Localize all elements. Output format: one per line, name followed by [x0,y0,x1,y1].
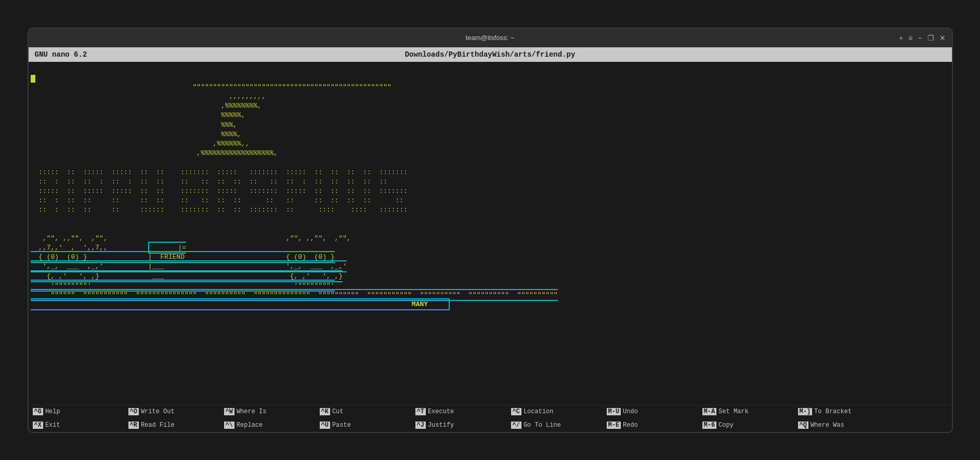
terminal-window: team@itsfoss: ~ + ≡ − ❐ ✕ GNU nano 6.2 D… [28,28,953,433]
label-help: Help [45,408,60,415]
footer-copy: M-6 Copy [702,422,786,429]
footer-help: ^G Help [33,408,116,415]
footer-replace: ^\ Replace [224,422,307,429]
key-writeout[interactable]: ^O [128,408,139,415]
footer-undo: M-U Undo [607,408,690,415]
nano-content[interactable]: """"""""""""""""""""""""""""""""""""""""… [29,62,952,405]
footer-paste: ^U Paste [320,422,403,429]
window-controls[interactable]: + ≡ − ❐ ✕ [899,34,946,42]
label-exit: Exit [45,422,60,429]
label-copy: Copy [718,422,734,429]
close-btn[interactable]: ✕ [939,34,946,42]
footer-justify: ^J Justify [415,422,499,429]
minimize-btn[interactable]: − [918,34,922,42]
label-undo: Undo [623,408,638,415]
titlebar-title: team@itsfoss: ~ [466,34,515,42]
key-exit[interactable]: ^X [33,422,43,429]
nano-version: GNU nano 6.2 [35,50,87,59]
key-whereis[interactable]: ^W [224,408,234,415]
label-gotoline: Go To Line [524,422,561,429]
footer-wherewas: ^Q Where Was [798,422,881,429]
nano-footer: ^G Help ^O Write Out ^W Where Is ^K Cut … [29,405,952,432]
footer-redo: M-E Redo [607,422,690,429]
footer-gotoline: ^/ Go To Line [511,422,594,429]
key-help[interactable]: ^G [33,408,43,415]
cursor [31,75,35,83]
nano-filename: Downloads/PyBirthdayWish/arts/friend.py [405,50,576,59]
footer-setmark: M-A Set Mark [702,408,786,415]
key-justify[interactable]: ^J [415,422,426,429]
footer-readfile: ^R Read File [128,422,212,429]
key-setmark[interactable]: M-A [702,408,717,415]
footer-execute: ^T Execute [415,408,499,415]
label-paste: Paste [332,422,351,429]
footer-cut: ^K Cut [320,408,403,415]
label-redo: Redo [623,422,638,429]
footer-whereis: ^W Where Is [224,408,307,415]
footer-exit: ^X Exit [33,422,116,429]
key-location[interactable]: ^C [511,408,521,415]
maximize-btn[interactable]: ❐ [927,34,934,42]
footer-row-2: ^X Exit ^R Read File ^\ Replace ^U Paste… [29,418,952,432]
footer-location: ^C Location [511,408,594,415]
menu-btn[interactable]: ≡ [908,34,912,42]
key-tobracket[interactable]: M-] [798,408,813,415]
ascii-content: """"""""""""""""""""""""""""""""""""""""… [31,83,558,327]
label-setmark: Set Mark [718,408,749,415]
label-cut: Cut [332,408,344,415]
titlebar: team@itsfoss: ~ + ≡ − ❐ ✕ [29,29,952,47]
label-tobracket: To Bracket [814,408,852,415]
footer-tobracket: M-] To Bracket [798,408,881,415]
key-copy[interactable]: M-6 [702,422,717,429]
label-whereis: Where Is [237,408,267,415]
key-redo[interactable]: M-E [607,422,621,429]
label-replace: Replace [237,422,263,429]
footer-writeout: ^O Write Out [128,408,212,415]
add-btn[interactable]: + [899,34,903,42]
key-execute[interactable]: ^T [415,408,426,415]
key-wherewas[interactable]: ^Q [798,422,808,429]
key-replace[interactable]: ^\ [224,422,234,429]
label-writeout: Write Out [141,408,175,415]
key-gotoline[interactable]: ^/ [511,422,521,429]
label-location: Location [524,408,554,415]
key-cut[interactable]: ^K [320,408,330,415]
label-wherewas: Where Was [811,422,844,429]
key-readfile[interactable]: ^R [128,422,139,429]
key-undo[interactable]: M-U [607,408,621,415]
label-justify: Justify [428,422,454,429]
footer-row-1: ^G Help ^O Write Out ^W Where Is ^K Cut … [29,405,952,419]
label-readfile: Read File [141,422,175,429]
key-paste[interactable]: ^U [320,422,330,429]
label-execute: Execute [428,408,454,415]
nano-header: GNU nano 6.2 Downloads/PyBirthdayWish/ar… [29,47,952,62]
